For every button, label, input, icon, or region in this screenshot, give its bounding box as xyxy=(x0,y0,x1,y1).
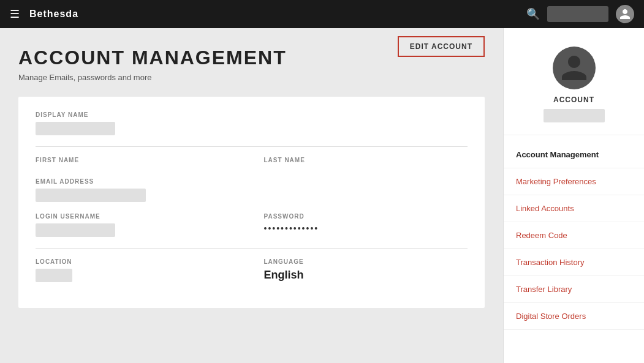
sidebar-navigation: Account Management Marketing Preferences… xyxy=(504,141,644,330)
sidebar-profile: Account xyxy=(504,40,644,135)
sidebar-item-redeem-code[interactable]: Redeem Code xyxy=(504,222,644,249)
credentials-row: Login Username Password ••••••••••••• xyxy=(36,213,468,237)
search-input[interactable] xyxy=(547,6,608,22)
username-label: Login Username xyxy=(36,213,240,220)
sidebar-item-marketing-preferences[interactable]: Marketing Preferences xyxy=(504,168,644,195)
edit-account-button[interactable]: Edit Account xyxy=(398,36,485,57)
sidebar-item-account-management[interactable]: Account Management xyxy=(504,141,644,168)
avatar xyxy=(553,47,596,89)
password-label: Password xyxy=(264,213,468,220)
last-name-label: Last Name xyxy=(264,157,468,163)
sidebar: Account Account Management Marketing Pre… xyxy=(503,28,644,363)
sidebar-item-digital-store-orders[interactable]: Digital Store Orders xyxy=(504,303,644,330)
main-content: Account Management Edit Account Manage E… xyxy=(0,28,503,363)
account-form-card: Display Name First Name Last Name Email … xyxy=(18,97,485,308)
form-divider-1 xyxy=(36,146,468,147)
account-label: Account xyxy=(553,95,594,104)
display-name-value xyxy=(36,122,115,135)
display-name-label: Display Name xyxy=(36,111,468,118)
username-value xyxy=(36,223,115,237)
menu-icon[interactable]: ☰ xyxy=(10,7,20,21)
password-value: ••••••••••••• xyxy=(264,223,468,233)
password-field: Password ••••••••••••• xyxy=(264,213,468,237)
location-field: Location xyxy=(36,258,240,282)
first-name-label: First Name xyxy=(36,157,240,163)
user-avatar-icon[interactable] xyxy=(616,5,634,23)
last-name-field: Last Name xyxy=(264,157,468,167)
email-field: Email Address xyxy=(36,178,468,202)
sidebar-username xyxy=(544,109,605,122)
language-field: Language English xyxy=(264,258,468,282)
page-subtitle: Manage Emails, passwords and more xyxy=(18,73,485,82)
page-layout: Account Management Edit Account Manage E… xyxy=(0,28,644,363)
location-value xyxy=(36,269,72,282)
language-label: Language xyxy=(264,258,468,265)
top-navigation: ☰ Bethesda 🔍 xyxy=(0,0,644,28)
locale-row: Location Language English xyxy=(36,258,468,282)
language-value: English xyxy=(264,269,468,282)
email-value xyxy=(36,189,146,202)
sidebar-item-linked-accounts[interactable]: Linked Accounts xyxy=(504,195,644,222)
first-name-field: First Name xyxy=(36,157,240,167)
search-icon[interactable]: 🔍 xyxy=(526,7,540,21)
logo: Bethesda xyxy=(29,9,78,20)
form-divider-2 xyxy=(36,248,468,249)
username-field: Login Username xyxy=(36,213,240,237)
sidebar-item-transaction-history[interactable]: Transaction History xyxy=(504,249,644,276)
name-row: First Name Last Name xyxy=(36,157,468,167)
email-label: Email Address xyxy=(36,178,468,185)
sidebar-item-transfer-library[interactable]: Transfer Library xyxy=(504,276,644,303)
location-label: Location xyxy=(36,258,240,265)
display-name-field: Display Name xyxy=(36,111,468,135)
